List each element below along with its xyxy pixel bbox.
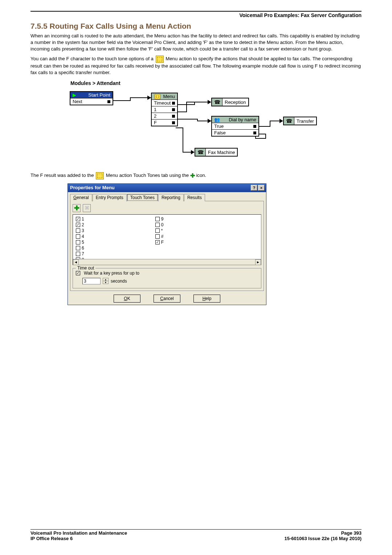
tone-option[interactable]: 7 bbox=[76, 251, 84, 257]
tones-right-column: 90*#F bbox=[152, 215, 167, 265]
phone-icon: ☎ bbox=[284, 117, 294, 125]
footer-right-2: 15-601063 Issue 22e (16 May 2010) bbox=[285, 536, 362, 541]
menu-action-icon bbox=[96, 172, 104, 179]
tone-option[interactable]: 1 bbox=[76, 216, 84, 222]
tab-general[interactable]: General bbox=[70, 194, 92, 201]
tone-label: # bbox=[161, 234, 164, 239]
plus-icon: ✚ bbox=[190, 173, 195, 179]
tone-option[interactable]: 5 bbox=[76, 239, 84, 245]
dialog-titlebar[interactable]: Properties for Menu ? × bbox=[68, 184, 266, 192]
tone-label: 2 bbox=[82, 222, 84, 227]
seconds-label: seconds bbox=[111, 279, 127, 284]
tone-checkbox[interactable] bbox=[155, 228, 160, 233]
tone-checkbox[interactable] bbox=[76, 228, 80, 233]
tab-reporting[interactable]: Reporting bbox=[158, 194, 184, 201]
para-3: The F result was added to the Menu actio… bbox=[30, 172, 362, 180]
help-titlebar-button[interactable]: ? bbox=[251, 185, 257, 191]
arrow-icon bbox=[208, 100, 211, 104]
tone-label: 4 bbox=[82, 234, 84, 239]
tone-checkbox[interactable] bbox=[76, 246, 80, 250]
arrow-icon bbox=[279, 119, 283, 123]
tone-option[interactable]: 6 bbox=[76, 245, 84, 251]
transfer-node: ☎ Transfer bbox=[283, 117, 317, 125]
arrow-icon bbox=[147, 96, 151, 100]
tab-touch-tones[interactable]: Touch Tones bbox=[127, 194, 158, 201]
para-2: You can add the F character to the touch… bbox=[30, 56, 362, 76]
section-title: 7.5.5 Routing Fax Calls Using a Menu Act… bbox=[30, 22, 362, 31]
dial-by-name-node: 👥 Dial by name True False bbox=[211, 116, 259, 137]
tab-entry-prompts[interactable]: Entry Prompts bbox=[93, 194, 127, 201]
tone-option[interactable]: 3 bbox=[76, 228, 84, 234]
tone-label: 7 bbox=[82, 251, 84, 256]
spin-up-icon[interactable]: ▲ bbox=[103, 278, 108, 281]
start-title: Start Point bbox=[88, 92, 110, 98]
body-text-2: The F result was added to the Menu actio… bbox=[30, 172, 362, 180]
tone-label: 3 bbox=[82, 228, 84, 233]
scroll-left-icon[interactable]: ◄ bbox=[73, 259, 79, 265]
tone-checkbox[interactable] bbox=[155, 234, 160, 239]
people-icon: 👥 bbox=[214, 117, 220, 122]
help-button[interactable]: Help bbox=[193, 295, 220, 303]
menu-icon bbox=[155, 94, 160, 99]
footer-left-2: IP Office Release 6 bbox=[30, 536, 73, 541]
reception-label: Reception bbox=[222, 98, 248, 106]
transfer-label: Transfer bbox=[294, 117, 316, 125]
tone-option[interactable]: 9 bbox=[155, 216, 164, 222]
tone-checkbox[interactable] bbox=[76, 223, 80, 227]
dial-title: Dial by name bbox=[229, 117, 256, 122]
timeout-fieldset: Time out Wait for a key press for up to … bbox=[73, 268, 261, 288]
call-flow-diagram: ▶ Start Point Next Menu Timeout 1 2 F ☎ … bbox=[67, 88, 321, 167]
para-1: When an incoming call is routed to the a… bbox=[30, 33, 362, 52]
rule bbox=[30, 11, 362, 12]
tone-option[interactable]: 2 bbox=[76, 222, 84, 228]
h-scrollbar[interactable]: ◄ ► bbox=[73, 259, 261, 265]
tone-checkbox[interactable] bbox=[155, 217, 160, 221]
tone-checkbox[interactable] bbox=[76, 240, 80, 244]
properties-dialog: Properties for Menu ? × General Entry Pr… bbox=[68, 183, 266, 305]
ok-button[interactable]: OK bbox=[114, 295, 140, 303]
tone-checkbox[interactable] bbox=[155, 223, 160, 227]
tone-checkbox[interactable] bbox=[76, 252, 80, 256]
footer-left-1: Voicemail Pro Installation and Maintenan… bbox=[30, 530, 127, 536]
wait-label: Wait for a key press for up to bbox=[84, 271, 139, 276]
tone-option[interactable]: * bbox=[155, 228, 164, 234]
tone-label: 6 bbox=[82, 246, 84, 251]
phone-icon: ☎ bbox=[212, 98, 222, 106]
arrow-icon bbox=[208, 119, 211, 123]
tone-label: 0 bbox=[161, 222, 164, 227]
close-icon[interactable]: × bbox=[258, 185, 265, 191]
page-footer: Voicemail Pro Installation and Maintenan… bbox=[30, 529, 362, 541]
add-tone-button[interactable]: ✚ bbox=[73, 204, 81, 212]
tone-option[interactable]: F bbox=[155, 239, 164, 245]
tone-checkbox[interactable] bbox=[76, 217, 80, 221]
fax-label: Fax Machine bbox=[205, 149, 237, 156]
tab-results[interactable]: Results bbox=[184, 194, 205, 201]
tones-left-column: 12345678 bbox=[73, 215, 87, 265]
body-text: When an incoming call is routed to the a… bbox=[30, 33, 362, 76]
spin-down-icon[interactable]: ▼ bbox=[103, 281, 108, 284]
tone-label: * bbox=[161, 228, 163, 233]
tone-label: F bbox=[161, 240, 164, 245]
tone-checkbox[interactable] bbox=[76, 234, 80, 239]
seconds-input[interactable] bbox=[82, 278, 101, 284]
delete-tone-button[interactable]: ✖ bbox=[83, 204, 91, 212]
menu-action-icon bbox=[156, 56, 164, 63]
arrow-icon bbox=[191, 150, 195, 154]
cancel-button[interactable]: Cancel bbox=[154, 295, 180, 303]
phone-icon: ☎ bbox=[195, 149, 205, 156]
wait-checkbox[interactable] bbox=[76, 271, 80, 275]
tones-list: 12345678 90*#F ◄ ► bbox=[73, 214, 261, 265]
tone-label: 5 bbox=[82, 240, 84, 245]
modules-caption: Modules > Attendant bbox=[70, 80, 362, 86]
start-next: Next bbox=[73, 99, 82, 104]
tone-checkbox[interactable] bbox=[155, 240, 160, 244]
fax-node: ☎ Fax Machine bbox=[195, 148, 238, 157]
tabs: General Entry Prompts Touch Tones Report… bbox=[70, 194, 264, 201]
menu-title: Menu bbox=[163, 94, 175, 99]
tone-option[interactable]: 4 bbox=[76, 234, 84, 239]
scroll-right-icon[interactable]: ► bbox=[255, 259, 261, 265]
start-point-node: ▶ Start Point Next bbox=[70, 91, 113, 105]
tone-option[interactable]: 0 bbox=[155, 222, 164, 228]
timeout-legend: Time out bbox=[76, 266, 95, 271]
tone-option[interactable]: # bbox=[155, 234, 164, 239]
